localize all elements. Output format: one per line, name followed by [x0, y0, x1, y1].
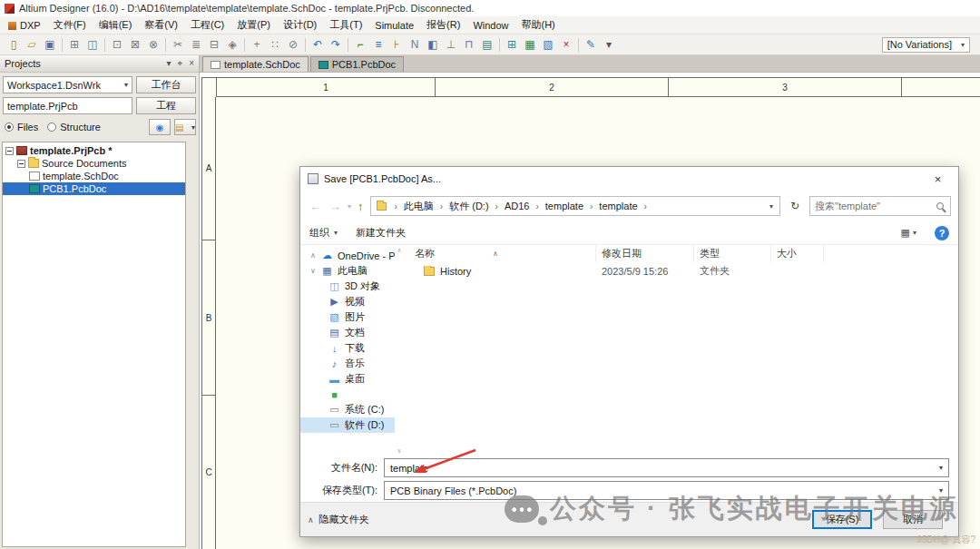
column-header-name[interactable]: 名称 ∧	[404, 245, 596, 262]
breadcrumb-segment[interactable]: template ›	[545, 201, 600, 211]
up-button[interactable]: ↑	[356, 200, 366, 213]
port-icon[interactable]: ◧	[424, 36, 442, 53]
menu-item[interactable]: 工具(T)	[323, 15, 368, 34]
menu-item[interactable]: 文件(F)	[47, 15, 93, 34]
rubber-stamp-icon[interactable]: ◈	[223, 36, 241, 53]
part-icon[interactable]: ⊓	[460, 36, 478, 53]
menu-item[interactable]: 察看(V)	[138, 15, 184, 34]
collapse-icon[interactable]	[5, 147, 14, 155]
breadcrumb-segment[interactable]: 软件 (D:) ›	[449, 200, 505, 213]
sidebar-scrollbar[interactable]: ∧∨	[395, 245, 404, 456]
menu-item[interactable]: 工程(C)	[184, 15, 230, 34]
print-icon[interactable]: ⊞	[65, 36, 83, 53]
documents-dropdown-button[interactable]: ▤▾	[174, 119, 196, 135]
save-icon[interactable]: ▣	[41, 36, 59, 53]
expand-chevron-icon[interactable]: ∧	[309, 251, 317, 260]
workspace-button[interactable]: 工作台	[136, 76, 196, 93]
pencil-icon[interactable]: ✎	[582, 36, 600, 53]
breadcrumb-segment[interactable]: template ›	[599, 201, 653, 211]
power-port-icon[interactable]: ⊥	[442, 36, 460, 53]
column-header-size[interactable]: 大小	[771, 245, 824, 262]
forward-button[interactable]: →	[328, 200, 343, 213]
address-bar[interactable]: › 此电脑 › 软件 (D:) › AD16 › template › temp…	[370, 196, 780, 216]
net-label-icon[interactable]: N	[406, 36, 424, 53]
dialog-sidebar-item[interactable]: ∧ ☁ OneDrive - Pers	[300, 248, 395, 263]
scroll-down-icon[interactable]: ∨	[397, 447, 401, 455]
expand-chevron-icon[interactable]: ∨	[309, 267, 317, 275]
dialog-titlebar[interactable]: Save [PCB1.PcbDoc] As... ×	[300, 167, 958, 191]
menu-item[interactable]: 放置(P)	[230, 15, 277, 34]
menu-item[interactable]: 报告(R)	[420, 15, 466, 34]
signal-harness-icon[interactable]: ⊦	[387, 36, 406, 53]
filename-combobox[interactable]: ▾	[384, 458, 949, 477]
explorer-button[interactable]: ◉	[149, 119, 171, 135]
column-header-type[interactable]: 类型	[694, 245, 771, 262]
new-document-icon[interactable]: ▯	[5, 36, 23, 53]
close-document-icon[interactable]: ×	[557, 36, 575, 53]
project-tree-item[interactable]: PCB1.PcbDoc	[3, 182, 185, 195]
refresh-button[interactable]: ↻	[785, 196, 805, 216]
zoom-window-icon[interactable]: ⊡	[108, 36, 126, 53]
board-icon[interactable]: ▦	[521, 36, 539, 53]
bus-icon[interactable]: ≡	[369, 36, 387, 53]
project-selector[interactable]: template.PrjPcb	[3, 97, 132, 114]
variations-dropdown[interactable]: [No Variations] ▾	[882, 37, 970, 53]
paste-icon[interactable]: ⊟	[205, 36, 223, 53]
dialog-sidebar-item[interactable]: ↓ 下载	[300, 340, 395, 356]
help-button[interactable]: ?	[935, 226, 949, 240]
dialog-sidebar-item[interactable]: ♪ 音乐	[300, 356, 395, 371]
pin-icon[interactable]: ⌖	[178, 58, 183, 69]
workspace-dropdown[interactable]: Workspace1.DsnWrk ▾	[3, 76, 132, 93]
open-document-icon[interactable]: ▱	[23, 36, 41, 53]
move-icon[interactable]: +	[248, 36, 266, 53]
deselect-icon[interactable]: ⊘	[284, 36, 302, 53]
document-tab[interactable]: PCB1.PcbDoc	[310, 56, 404, 72]
scroll-up-icon[interactable]: ∧	[397, 247, 401, 254]
files-radio[interactable]	[5, 123, 14, 132]
menu-item[interactable]: DXP	[2, 17, 47, 34]
dialog-sidebar-item[interactable]: ▤ 文档	[300, 325, 395, 340]
change-view-button[interactable]: ▦ ▾	[901, 227, 916, 239]
menu-item[interactable]: 设计(D)	[277, 15, 323, 34]
room-icon[interactable]: ▧	[539, 36, 557, 53]
menu-item[interactable]: Window	[466, 17, 514, 34]
cross-probe-icon[interactable]: ⊗	[144, 36, 162, 53]
file-row[interactable]: History 2023/5/9 15:26 文件夹	[404, 262, 958, 279]
save-button[interactable]: 保存(S)	[812, 510, 872, 529]
menu-item[interactable]: 帮助(H)	[515, 15, 562, 34]
dialog-sidebar-item[interactable]: ∨ ▦ 此电脑	[300, 263, 395, 279]
chevron-down-icon[interactable]: ▾	[936, 486, 946, 495]
dialog-sidebar-item[interactable]: ■	[300, 387, 395, 402]
undo-icon[interactable]: ↶	[309, 36, 327, 53]
dialog-sidebar-item[interactable]: ▭ 系统 (C:)	[300, 402, 395, 417]
dialog-sidebar-item[interactable]: ▧ 图片	[300, 309, 395, 325]
dialog-sidebar-item[interactable]: ▭ 软件 (D:)	[300, 417, 395, 433]
recent-locations-button[interactable]: ▾	[348, 202, 351, 211]
copy-icon[interactable]: ≣	[187, 36, 205, 53]
sheet-symbol-icon[interactable]: ▤	[478, 36, 496, 53]
project-tree-item[interactable]: template.SchDoc	[3, 170, 185, 182]
dialog-sidebar-item[interactable]: ▬ 桌面	[300, 371, 395, 387]
document-tab[interactable]: template.SchDoc	[202, 56, 309, 72]
filetype-dropdown[interactable]: PCB Binary Files (*.PcbDoc) ▾	[384, 481, 949, 500]
dialog-sidebar-item[interactable]: ◫ 3D 对象	[300, 279, 395, 294]
back-button[interactable]: ←	[308, 200, 323, 213]
column-header-date[interactable]: 修改日期	[596, 245, 694, 262]
menu-item[interactable]: Simulate	[368, 17, 420, 34]
structure-radio[interactable]	[47, 123, 56, 132]
close-button[interactable]: ×	[917, 167, 958, 191]
panel-menu-icon[interactable]: ▾	[166, 58, 171, 69]
cut-icon[interactable]: ✂	[169, 36, 187, 53]
zoom-fit-icon[interactable]: ⊠	[126, 36, 144, 53]
breadcrumb-segment[interactable]: 此电脑 ›	[404, 200, 449, 213]
hide-folders-button[interactable]: ∧ 隐藏文件夹	[308, 513, 369, 526]
redo-icon[interactable]: ↷	[327, 36, 345, 53]
select-icon[interactable]: ∷	[266, 36, 284, 53]
close-icon[interactable]: ×	[189, 58, 194, 69]
breadcrumb-segment[interactable]: AD16 ›	[505, 201, 545, 211]
menu-item[interactable]: 编辑(E)	[93, 15, 139, 34]
dialog-sidebar-item[interactable]: ▶ 视频	[300, 294, 395, 309]
grid-icon[interactable]: ⊞	[503, 36, 521, 53]
project-tree-item[interactable]: Source Documents	[3, 157, 185, 170]
project-tree-item[interactable]: template.PrjPcb *	[3, 144, 185, 157]
